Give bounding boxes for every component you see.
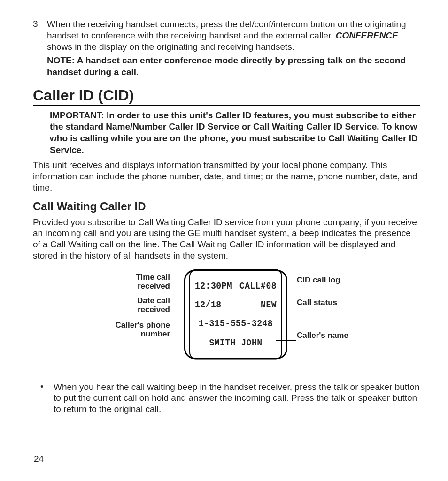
bullet-marker: • [40, 382, 54, 415]
conference-word: CONFERENCE [336, 31, 398, 40]
heading-caller-id: Caller ID (CID) [33, 87, 420, 106]
lcd-time: 12:30PM [195, 281, 232, 291]
bullet-text: When you hear the call waiting beep in t… [54, 382, 420, 415]
lcd-screen: 12:30PM CALL#08 12/18 NEW 1-315-555-3248… [184, 270, 287, 359]
label-date-received: Date call received [114, 296, 170, 314]
page-number: 24 [34, 454, 44, 464]
lcd-phone: 1-315-555-3248 [199, 318, 273, 329]
step-body: When the receiving handset connects, pre… [47, 19, 420, 78]
label-call-status: Call status [297, 298, 353, 307]
lcd-row-4: SMITH JOHN [195, 337, 277, 348]
lcd-inner: 12:30PM CALL#08 12/18 NEW 1-315-555-3248… [189, 269, 282, 359]
cw-body: Provided you subscribe to Call Waiting C… [33, 217, 420, 261]
lcd-name: SMITH JOHN [209, 337, 262, 348]
lcd-diagram: Time call received Date call received Ca… [62, 270, 391, 373]
label-cid-log: CID call log [297, 275, 353, 285]
label-caller-name: Caller's name [297, 331, 353, 340]
lcd-status: NEW [261, 299, 277, 310]
step-note: NOTE: A handset can enter conference mod… [47, 55, 420, 78]
lcd-row-2: 12/18 NEW [195, 299, 277, 310]
label-time-received: Time call received [114, 273, 170, 291]
step-text-after: shows in the display on the originating … [47, 42, 294, 52]
lcd-row-1: 12:30PM CALL#08 [195, 281, 277, 291]
lcd-date: 12/18 [195, 299, 222, 310]
label-caller-phone: Caller's phone number [114, 321, 170, 339]
step-number: 3. [33, 19, 47, 78]
step-3: 3. When the receiving handset connects, … [33, 19, 420, 78]
heading-call-waiting: Call Waiting Caller ID [33, 200, 420, 213]
bullet-call-waiting: • When you hear the call waiting beep in… [40, 382, 420, 415]
important-note: IMPORTANT: In order to use this unit's C… [50, 110, 420, 156]
cid-body: This unit receives and displays informat… [33, 160, 420, 193]
manual-page: 3. When the receiving handset connects, … [0, 0, 448, 481]
lcd-call-log: CALL#08 [239, 281, 277, 291]
lcd-row-3: 1-315-555-3248 [195, 318, 277, 329]
